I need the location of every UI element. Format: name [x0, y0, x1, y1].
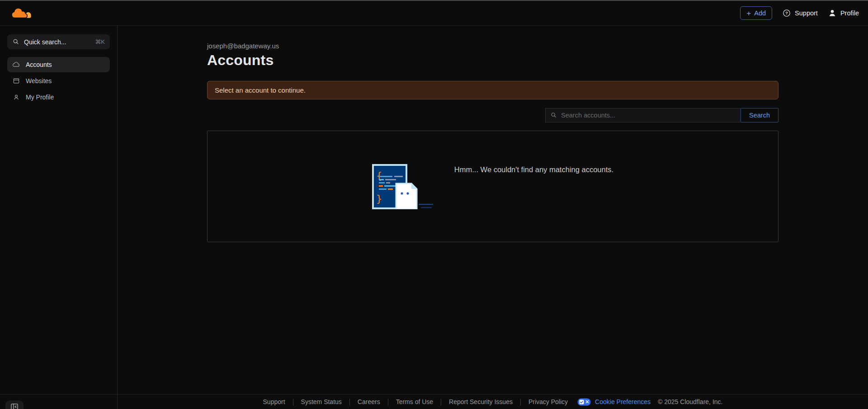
plus-icon: + — [746, 9, 751, 17]
support-button[interactable]: ? Support — [782, 9, 818, 18]
sidebar-item-label: Websites — [26, 77, 52, 85]
sidebar-item-label: Accounts — [26, 61, 52, 68]
cloudflare-logo-icon — [11, 6, 32, 20]
quick-search-shortcut: ⌘K — [95, 38, 105, 45]
sidebar-item-accounts[interactable]: Accounts — [7, 57, 110, 72]
empty-state: { } — [372, 164, 613, 209]
empty-message: Hmm... We couldn't find any matching acc… — [454, 165, 613, 174]
app-window: + Add ? Support Profile — [0, 0, 868, 409]
footer-link-report-security-issues[interactable]: Report Security Issues — [449, 398, 513, 405]
search-icon — [12, 38, 20, 46]
quick-search-placeholder: Quick search... — [24, 38, 91, 46]
profile-label: Profile — [840, 9, 859, 17]
alert-message: Select an account to continue. — [215, 86, 306, 94]
footer-link-privacy-policy[interactable]: Privacy Policy — [528, 398, 568, 405]
cookie-preferences-link[interactable]: Cookie Preferences — [577, 398, 651, 406]
empty-accounts-illustration: { } — [372, 164, 433, 209]
svg-text:}: } — [376, 193, 382, 204]
main-panel: joseph@badgateway.us Accounts Select an … — [118, 26, 868, 394]
alert-banner: Select an account to continue. — [207, 81, 778, 99]
cloudflare-logo[interactable] — [11, 6, 32, 20]
collapse-panel-icon — [10, 402, 19, 409]
svg-text:?: ? — [785, 11, 788, 15]
sidebar-item-label: My Profile — [26, 94, 54, 101]
accounts-search-input[interactable] — [561, 112, 736, 119]
user-icon — [12, 93, 20, 101]
collapse-sidebar-button[interactable] — [5, 400, 24, 409]
footer-link-careers[interactable]: Careers — [358, 398, 380, 405]
support-label: Support — [795, 9, 818, 17]
sidebar-item-my-profile[interactable]: My Profile — [7, 89, 110, 105]
footer-link-system-status[interactable]: System Status — [301, 398, 342, 405]
help-circle-icon: ? — [782, 9, 791, 18]
account-email: joseph@badgateway.us — [207, 42, 778, 50]
browser-icon — [12, 77, 20, 85]
topbar-actions: + Add ? Support Profile — [740, 6, 859, 20]
footer-links: Support System Status Careers Terms of U… — [118, 395, 868, 409]
cookie-preferences-label: Cookie Preferences — [595, 398, 651, 405]
add-button[interactable]: + Add — [740, 6, 772, 20]
sidebar: Quick search... ⌘K Accounts Websites — [0, 26, 118, 394]
footer-link-terms-of-use[interactable]: Terms of Use — [396, 398, 433, 405]
sidebar-nav: Accounts Websites My Profile — [7, 57, 110, 105]
footer-link-support[interactable]: Support — [263, 398, 285, 405]
page-title: Accounts — [207, 52, 778, 69]
footer-separator — [293, 399, 293, 405]
sidebar-item-websites[interactable]: Websites — [7, 73, 110, 89]
accounts-search-row: Search — [207, 108, 778, 122]
cloud-icon — [12, 61, 20, 69]
search-button[interactable]: Search — [741, 108, 778, 122]
copyright-text: © 2025 Cloudflare, Inc. — [658, 398, 722, 405]
footer-separator — [441, 399, 441, 405]
search-icon — [550, 112, 557, 119]
quick-search-input[interactable]: Quick search... ⌘K — [7, 34, 110, 49]
footer-separator — [388, 399, 388, 405]
profile-button[interactable]: Profile — [828, 9, 859, 18]
footer-bar: Support System Status Careers Terms of U… — [0, 394, 868, 409]
content-area: Quick search... ⌘K Accounts Websites — [0, 26, 868, 394]
cookie-consent-icon — [577, 398, 591, 406]
accounts-search-field — [545, 108, 741, 122]
footer-separator — [520, 399, 521, 405]
person-icon — [828, 9, 837, 18]
accounts-empty-card: { } — [207, 131, 778, 242]
add-button-label: Add — [754, 9, 766, 17]
footer-separator — [349, 399, 350, 405]
top-bar: + Add ? Support Profile — [0, 1, 868, 26]
